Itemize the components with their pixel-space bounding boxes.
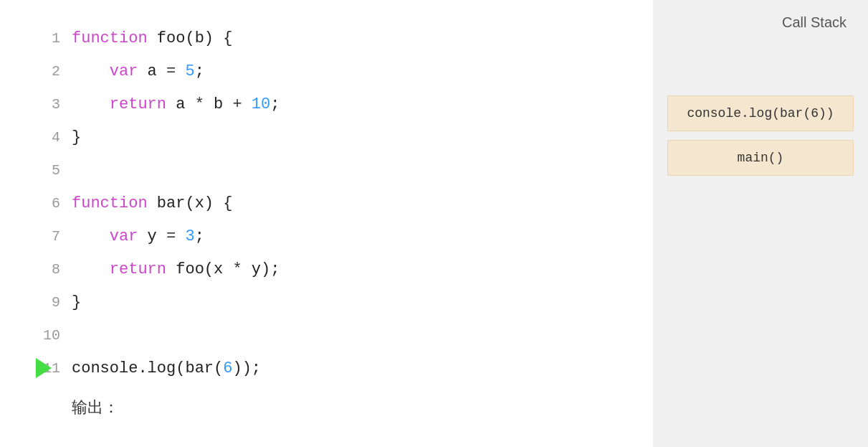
line-content: } [72, 128, 81, 146]
line-content: return foo(x * y); [72, 260, 280, 278]
code-token: a [166, 95, 195, 113]
line-number: 10 [43, 327, 72, 344]
code-line: 4} [43, 121, 653, 154]
line-number: 5 [43, 162, 72, 179]
code-token: y [138, 227, 166, 245]
code-token: * [195, 95, 204, 113]
line-content: console.log(bar(6)); [72, 359, 261, 377]
code-token: = [166, 62, 176, 80]
line-number: 6 [43, 195, 72, 212]
code-token: bar(x) { [148, 194, 233, 212]
code-line: 7 var y = 3; [43, 220, 653, 253]
line-number: 8 [43, 261, 72, 278]
code-token [72, 227, 110, 245]
code-line: 6function bar(x) { [43, 187, 653, 220]
output-label: 输出： [72, 397, 119, 418]
code-block: 1function foo(b) {2 var a = 5;3 return a… [43, 22, 653, 385]
code-token: 6 [223, 359, 232, 377]
code-token [176, 62, 185, 80]
code-line: 8 return foo(x * y); [43, 253, 653, 286]
code-token: foo(b) { [148, 29, 233, 47]
code-token: return [110, 260, 166, 278]
code-token: + [232, 95, 242, 113]
code-line: 10 [43, 319, 653, 352]
code-token: b [204, 95, 233, 113]
code-line: 9} [43, 286, 653, 319]
call-stack-entries: console.log(bar(6))main() [667, 95, 854, 176]
code-token: ; [270, 95, 280, 113]
code-token: } [72, 128, 81, 146]
code-token: a [138, 62, 166, 80]
code-token [242, 95, 252, 113]
code-line: 5 [43, 154, 653, 187]
code-token: foo(x [166, 260, 232, 278]
line-number: 7 [43, 228, 72, 245]
code-token: function [72, 29, 148, 47]
line-content: var y = 3; [72, 227, 204, 245]
green-arrow-icon [36, 358, 52, 378]
line-number: 9 [43, 294, 72, 311]
code-token: )); [232, 359, 261, 377]
line-content: var a = 5; [72, 62, 204, 80]
code-line: 1function foo(b) { [43, 22, 653, 55]
code-line: 3 return a * b + 10; [43, 88, 653, 121]
main-area: 1function foo(b) {2 var a = 5;3 return a… [0, 0, 653, 447]
line-number: 2 [43, 63, 72, 80]
code-token: var [110, 62, 138, 80]
code-token: console.log(bar( [72, 359, 223, 377]
code-token: ; [195, 62, 204, 80]
line-content: function bar(x) { [72, 194, 232, 212]
code-token [176, 227, 185, 245]
stack-entry: main() [667, 140, 854, 176]
code-token: } [72, 293, 81, 311]
line-number: 1 [43, 30, 72, 47]
stack-entry: console.log(bar(6)) [667, 95, 854, 131]
code-token: function [72, 194, 148, 212]
line-number: 4 [43, 129, 72, 146]
line-number: 3 [43, 96, 72, 113]
code-token: 10 [252, 95, 270, 113]
code-token: * [232, 260, 242, 278]
code-token: = [166, 227, 176, 245]
code-token: var [110, 227, 138, 245]
code-token [72, 62, 110, 80]
code-line: 11console.log(bar(6)); [43, 352, 653, 385]
code-line: 2 var a = 5; [43, 55, 653, 88]
call-stack-title: Call Stack [782, 14, 846, 31]
line-content: return a * b + 10; [72, 95, 280, 113]
line-content: } [72, 293, 81, 311]
code-token: ; [195, 227, 204, 245]
call-stack-panel: Call Stack console.log(bar(6))main() [653, 0, 868, 447]
code-token: 5 [185, 62, 194, 80]
code-token [72, 95, 110, 113]
code-token: y); [242, 260, 280, 278]
code-token: return [110, 95, 166, 113]
code-token [72, 260, 110, 278]
line-content: function foo(b) { [72, 29, 232, 47]
code-token: 3 [185, 227, 194, 245]
current-line-arrow [36, 358, 52, 378]
